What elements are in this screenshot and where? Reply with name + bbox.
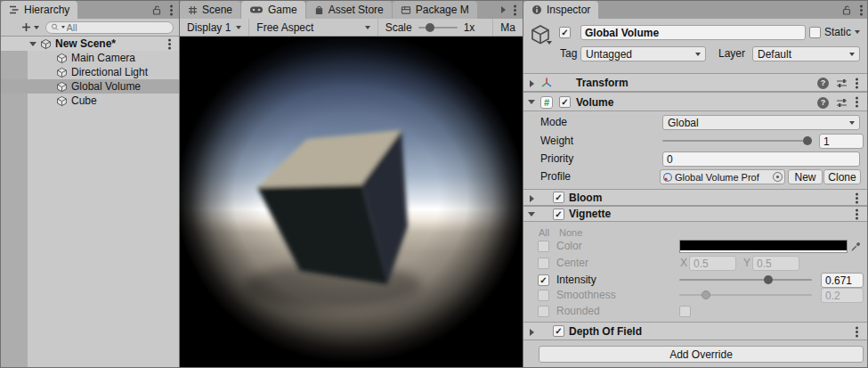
profile-row: Profile Global Volume Prof New Clone [523, 169, 868, 184]
scale-slider[interactable] [418, 20, 458, 35]
override-menu-icon[interactable] [856, 331, 858, 333]
maximize-toggle[interactable]: Ma [493, 21, 523, 34]
bloom-title: Bloom [569, 192, 602, 204]
dropdown-arrow-icon [365, 26, 370, 29]
weight-label: Weight [540, 134, 573, 149]
gameobject-active-checkbox[interactable] [559, 27, 571, 38]
profile-new-button[interactable]: New [788, 169, 823, 184]
intensity-slider[interactable] [679, 273, 812, 287]
intensity-slider-handle[interactable] [764, 275, 773, 284]
rounded-override-checkbox[interactable] [538, 306, 549, 317]
intensity-value-field[interactable] [821, 273, 864, 288]
game-viewport[interactable] [180, 37, 523, 368]
vignette-enabled-checkbox[interactable] [553, 209, 564, 220]
foldout-closed-icon[interactable] [530, 195, 534, 202]
color-override-checkbox[interactable] [538, 241, 549, 252]
hierarchy-menu-icon[interactable] [170, 9, 173, 12]
tab-asset-store[interactable]: Asset Store [306, 1, 392, 19]
preset-icon[interactable] [836, 97, 848, 109]
scene-menu-icon[interactable] [168, 43, 171, 45]
game-tabbar: Scene Game Asset Store [180, 1, 523, 19]
vignette-header[interactable]: Vignette [523, 206, 868, 222]
foldout-closed-icon[interactable] [530, 329, 534, 336]
override-menu-icon[interactable] [856, 213, 858, 216]
transform-title: Transform [576, 77, 629, 89]
tree-item-label: Directional Light [71, 66, 148, 78]
tab-scene[interactable]: Scene [180, 1, 240, 19]
foldout-open-icon[interactable] [528, 100, 535, 104]
tree-item-label: Cube [71, 94, 97, 107]
search-input[interactable] [67, 22, 168, 33]
tree-row-directional-light[interactable]: Directional Light [1, 65, 179, 79]
help-icon[interactable] [817, 78, 829, 89]
smoothness-value-field[interactable] [821, 288, 864, 303]
color-swatch[interactable] [679, 240, 848, 253]
tab-package-manager[interactable]: Package M [393, 1, 477, 19]
volume-header[interactable]: Volume [523, 92, 868, 111]
weight-slider[interactable] [662, 134, 812, 148]
override-menu-icon[interactable] [856, 197, 858, 200]
smoothness-slider-handle[interactable] [702, 290, 710, 299]
lock-icon[interactable] [151, 4, 162, 16]
create-object-button[interactable] [21, 22, 39, 32]
intensity-label: Intensity [556, 273, 596, 288]
tab-game[interactable]: Game [241, 1, 305, 19]
profile-clone-button[interactable]: Clone [823, 169, 861, 184]
tab-hierarchy[interactable]: Hierarchy [1, 1, 77, 19]
component-menu-icon[interactable] [856, 101, 858, 103]
weight-row: Weight [523, 134, 868, 149]
depth-of-field-header[interactable]: Depth Of Field [523, 322, 868, 340]
priority-value-field[interactable] [662, 151, 860, 167]
tree-row-cube[interactable]: Cube [1, 94, 179, 108]
scene-icon [40, 38, 52, 50]
hierarchy-search[interactable] [45, 21, 174, 34]
smoothness-slider[interactable] [679, 288, 812, 302]
intensity-row: Intensity [523, 273, 868, 288]
help-icon[interactable] [817, 97, 829, 109]
bloom-header[interactable]: Bloom [523, 189, 868, 206]
foldout-open-icon[interactable] [29, 42, 37, 46]
static-checkbox[interactable] [809, 27, 821, 38]
add-override-button[interactable]: Add Override [539, 346, 864, 363]
layer-dropdown[interactable]: Default [752, 46, 860, 61]
inspector-menu-icon[interactable] [860, 9, 863, 12]
profile-object-field[interactable]: Global Volume Prof [660, 169, 785, 184]
tree-row-main-camera[interactable]: Main Camera [1, 51, 179, 65]
center-override-checkbox[interactable] [538, 258, 549, 269]
tag-dropdown[interactable]: Untagged [580, 46, 706, 61]
mode-dropdown[interactable]: Global [662, 115, 860, 130]
scale-slider-handle[interactable] [426, 23, 434, 32]
tab-inspector[interactable]: Inspector [523, 1, 598, 19]
tab-label: Package M [416, 4, 469, 16]
component-menu-icon[interactable] [856, 82, 858, 85]
smoothness-override-checkbox[interactable] [538, 290, 549, 301]
add-override-label: Add Override [669, 348, 733, 361]
eyedropper-icon[interactable] [850, 241, 862, 252]
volume-enabled-checkbox[interactable] [559, 96, 571, 108]
lock-icon[interactable] [841, 4, 852, 16]
game-panel-menu-icon[interactable] [514, 9, 516, 12]
rounded-value-checkbox[interactable] [679, 306, 691, 317]
object-picker-icon[interactable] [773, 172, 783, 182]
tree-row-scene[interactable]: New Scene* [1, 37, 179, 51]
tree-row-global-volume[interactable]: Global Volume [1, 79, 179, 94]
weight-slider-handle[interactable] [803, 136, 812, 145]
foldout-closed-icon[interactable] [530, 80, 534, 87]
aspect-dropdown[interactable]: Free Aspect [249, 21, 377, 34]
bloom-enabled-checkbox[interactable] [553, 192, 564, 203]
dof-enabled-checkbox[interactable] [553, 325, 564, 337]
preset-icon[interactable] [836, 78, 848, 89]
rounded-row: Rounded [523, 304, 868, 319]
foldout-open-icon[interactable] [528, 212, 535, 217]
tab-overflow-arrow-icon[interactable] [501, 6, 506, 13]
static-dropdown-arrow-icon[interactable] [855, 30, 860, 34]
center-x-field[interactable] [689, 256, 736, 271]
gameobject-header-row: Static [523, 25, 868, 43]
transform-icon [540, 77, 553, 89]
center-y-field[interactable] [752, 256, 799, 271]
display-dropdown[interactable]: Display 1 [180, 21, 248, 34]
transform-header[interactable]: Transform [523, 73, 868, 92]
intensity-override-checkbox[interactable] [538, 274, 549, 286]
gameobject-name-field[interactable] [580, 25, 806, 40]
weight-value-field[interactable] [819, 134, 864, 149]
